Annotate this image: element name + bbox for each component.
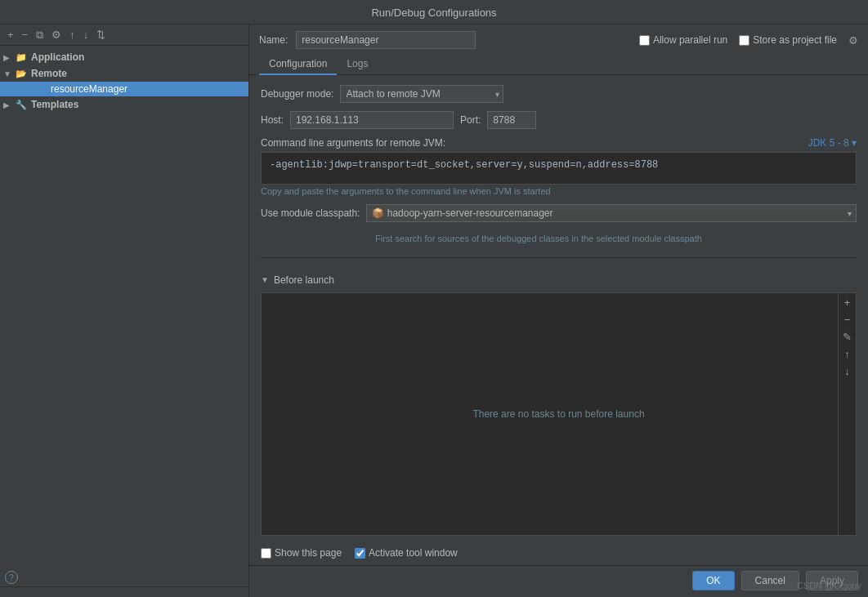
debugger-mode-row: Debugger mode: Attach to remote JVM List… [261, 85, 857, 103]
help-icon[interactable]: ? [5, 571, 18, 584]
sidebar-help [0, 586, 248, 597]
move-down-config-button[interactable]: ↓ [81, 28, 92, 42]
before-launch-toggle[interactable]: ▼ [261, 275, 269, 284]
command-args-label: Command line arguments for remote JVM: [261, 137, 445, 149]
before-launch-label: Before launch [274, 274, 334, 286]
command-args-section: Command line arguments for remote JVM: J… [261, 137, 857, 196]
wrench-icon: 🔧 [15, 98, 28, 111]
config-content: Debugger mode: Attach to remote JVM List… [249, 75, 868, 542]
settings-config-button[interactable]: ⚙ [49, 28, 64, 42]
module-classpath-row: Use module classpath: 📦 hadoop-yarn-serv… [261, 204, 857, 222]
sidebar: + − ⧉ ⚙ ↑ ↓ ⇅ ▶ 📁 Application ▼ 📂 Remote [0, 25, 249, 597]
store-project-checkbox[interactable] [739, 35, 749, 46]
folder-icon-remote: 📂 [15, 67, 28, 80]
tab-configuration[interactable]: Configuration [259, 54, 337, 75]
config-tree: ▶ 📁 Application ▼ 📂 Remote resourceManag… [0, 46, 248, 586]
tree-toggle-remote: ▼ [3, 69, 15, 78]
header-options: Allow parallel run Store as project file… [639, 34, 858, 47]
module-classpath-wrapper: 📦 hadoop-yarn-server-resourcemanager [366, 204, 857, 222]
gear-icon[interactable]: ⚙ [848, 34, 858, 47]
before-launch-add-button[interactable]: + [843, 296, 852, 309]
activate-window-label[interactable]: Activate tool window [355, 547, 458, 559]
dialog-footer: OK Cancel Apply [249, 565, 868, 597]
before-launch-header: ▼ Before launch [261, 271, 857, 289]
store-project-text: Store as project file [753, 34, 837, 46]
before-launch-up-button[interactable]: ↑ [843, 348, 851, 360]
tree-label-remote: Remote [31, 68, 67, 79]
folder-icon: 📁 [15, 51, 28, 64]
config-header: Name: Allow parallel run Store as projec… [249, 25, 868, 54]
module-classpath-hint: First search for sources of the debugged… [261, 232, 857, 246]
sort-config-button[interactable]: ⇅ [94, 28, 108, 42]
debugger-mode-select[interactable]: Attach to remote JVM Listen to remote JV… [340, 85, 503, 103]
right-panel: Name: Allow parallel run Store as projec… [249, 25, 868, 597]
move-up-config-button[interactable]: ↑ [67, 28, 78, 42]
tree-group-templates[interactable]: ▶ 🔧 Templates [0, 96, 248, 113]
tree-group-application[interactable]: ▶ 📁 Application [0, 49, 248, 65]
before-launch-sidebar: + − ✎ ↑ ↓ [838, 293, 856, 536]
apply-button[interactable]: Apply [806, 571, 858, 590]
cancel-button[interactable]: Cancel [741, 571, 799, 590]
allow-parallel-label[interactable]: Allow parallel run [639, 34, 727, 46]
port-label: Port: [460, 114, 481, 126]
name-label: Name: [259, 34, 288, 46]
ok-button[interactable]: OK [692, 571, 734, 590]
tree-label-resourcemanager: resourceManager [51, 83, 128, 95]
show-page-checkbox[interactable] [261, 548, 271, 559]
copy-config-button[interactable]: ⧉ [34, 28, 46, 42]
command-args-box: -agentlib:jdwp=transport=dt_socket,serve… [261, 152, 857, 185]
port-input[interactable] [487, 111, 536, 129]
bottom-options: Show this page Activate tool window [249, 542, 868, 565]
activate-window-checkbox[interactable] [355, 548, 365, 559]
tree-label-application: Application [31, 51, 84, 63]
tree-toggle-templates: ▶ [3, 100, 15, 109]
no-tasks-text: There are no tasks to run before launch [472, 408, 644, 420]
sidebar-toolbar: + − ⧉ ⚙ ↑ ↓ ⇅ [0, 25, 248, 46]
before-launch-remove-button[interactable]: − [843, 314, 852, 326]
command-args-value: -agentlib:jdwp=transport=dt_socket,serve… [270, 159, 658, 171]
show-page-text: Show this page [275, 547, 342, 559]
activate-window-text: Activate tool window [369, 547, 458, 559]
tree-label-templates: Templates [31, 99, 78, 110]
tree-group-remote[interactable]: ▼ 📂 Remote [0, 65, 248, 82]
before-launch-area: There are no tasks to run before launch … [261, 292, 857, 537]
allow-parallel-checkbox[interactable] [639, 35, 650, 46]
debugger-mode-label: Debugger mode: [261, 88, 333, 100]
tabs-bar: Configuration Logs [249, 54, 868, 75]
before-launch-section: ▼ Before launch There are no tasks to ru… [261, 271, 857, 537]
config-file-icon [34, 84, 46, 94]
before-launch-edit-button[interactable]: ✎ [842, 331, 852, 343]
tab-logs[interactable]: Logs [337, 54, 378, 75]
command-args-header: Command line arguments for remote JVM: J… [261, 137, 857, 149]
command-hint: Copy and paste the arguments to the comm… [261, 186, 857, 196]
host-label: Host: [261, 114, 284, 126]
store-project-label[interactable]: Store as project file [739, 34, 837, 46]
module-classpath-label: Use module classpath: [261, 207, 360, 219]
remove-config-button[interactable]: − [20, 28, 31, 42]
tree-item-resourcemanager[interactable]: resourceManager [0, 82, 248, 96]
jdk-link[interactable]: JDK 5 - 8 ▾ [808, 137, 857, 149]
debugger-mode-wrapper: Attach to remote JVM Listen to remote JV… [340, 85, 503, 103]
module-classpath-select[interactable]: 📦 hadoop-yarn-server-resourcemanager [366, 204, 857, 222]
add-config-button[interactable]: + [5, 28, 16, 42]
host-input[interactable] [290, 111, 454, 129]
title-text: Run/Debug Configurations [371, 7, 496, 19]
name-input[interactable] [296, 31, 476, 49]
before-launch-down-button[interactable]: ↓ [843, 365, 851, 377]
allow-parallel-text: Allow parallel run [653, 34, 727, 46]
show-page-label[interactable]: Show this page [261, 547, 342, 559]
tree-toggle-application: ▶ [3, 53, 15, 62]
host-port-row: Host: Port: [261, 111, 857, 129]
dialog-title: Run/Debug Configurations [0, 0, 868, 25]
